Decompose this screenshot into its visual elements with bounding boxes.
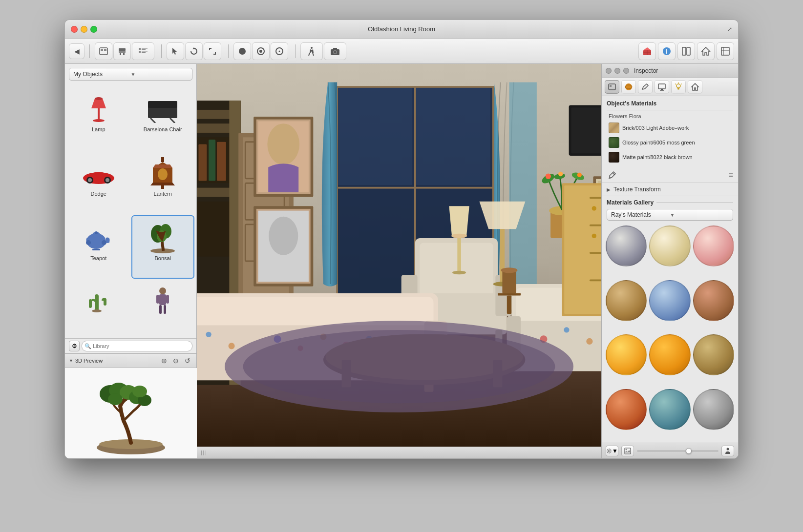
svg-marker-25 (643, 47, 651, 50)
maximize-button[interactable] (90, 26, 97, 33)
image-import-button[interactable] (621, 446, 634, 456)
gallery-ball-11[interactable] (649, 389, 690, 430)
inspector-light-btn[interactable] (671, 80, 686, 94)
gallery-ball-2[interactable] (649, 225, 690, 266)
preview-collapse-icon[interactable]: ▼ (69, 358, 73, 363)
svg-rect-193 (502, 270, 516, 293)
inspector-maximize[interactable] (623, 68, 629, 74)
svg-rect-118 (416, 88, 490, 185)
matte-name: Matte paint/8022 black brown (622, 154, 693, 161)
svg-rect-90 (197, 123, 234, 133)
select-tool[interactable] (167, 42, 184, 60)
inspector-close[interactable] (606, 68, 612, 74)
object-item-dodge[interactable]: Dodge (67, 151, 130, 214)
teapot-thumbnail (79, 220, 118, 254)
view-group (233, 42, 288, 60)
inspector-minimize[interactable] (614, 68, 620, 74)
lamp-thumbnail (79, 91, 118, 125)
inspector-monitor-btn[interactable] (655, 80, 669, 94)
expand-icon[interactable]: ⤢ (727, 26, 732, 33)
gallery-ball-8[interactable] (649, 334, 690, 375)
circle-btn3[interactable] (271, 42, 288, 60)
gallery-ball-4[interactable] (606, 280, 647, 321)
camera-button[interactable] (324, 42, 346, 60)
gear-settings-button[interactable]: ⚙ (69, 341, 80, 351)
objects-dropdown[interactable]: My Objects ▼ (69, 68, 192, 81)
gallery-ball-9[interactable] (693, 334, 734, 375)
materials-gallery-title: Materials Gallery (607, 199, 654, 206)
object-item-lamp[interactable]: Lamp (67, 86, 130, 150)
separator-3 (228, 44, 229, 58)
objects-button[interactable] (95, 42, 112, 60)
material-item-glossy[interactable]: Glossy paint/6005 moss green (607, 136, 733, 149)
preview-title: 3D Preview (75, 358, 157, 364)
svg-point-14 (239, 48, 246, 55)
object-item-teapot[interactable]: Teapot (67, 215, 130, 279)
svg-rect-182 (590, 225, 601, 226)
section-divider-1 (607, 110, 733, 110)
object-item-barcelona[interactable]: Barselona Chair (131, 86, 195, 150)
person-button[interactable] (721, 446, 734, 456)
zoom-out-button[interactable]: ⊖ (171, 356, 181, 366)
svg-rect-202 (610, 85, 612, 87)
layout-button[interactable] (677, 42, 695, 60)
walk-button[interactable] (300, 42, 323, 60)
cactus-thumbnail (79, 285, 118, 319)
gear-button[interactable]: ▼ (606, 446, 618, 456)
object-item-lantern[interactable]: Lantern (131, 151, 195, 214)
search-input[interactable] (82, 341, 192, 351)
svg-point-192 (243, 330, 555, 403)
material-item-brick[interactable]: Brick/003 Light Adobe–work (607, 121, 733, 135)
slider-thumb[interactable] (686, 448, 692, 454)
svg-rect-67 (89, 299, 92, 308)
circle-btn2[interactable] (252, 42, 270, 60)
object-item-bonsai[interactable]: Bonsai (131, 215, 195, 279)
svg-rect-99 (197, 202, 234, 257)
rotate-preview-button[interactable]: ↺ (183, 356, 192, 366)
list-button[interactable] (132, 42, 154, 60)
viewport[interactable]: ||| (197, 64, 601, 458)
separator-2 (161, 44, 162, 58)
figure-thumbnail (143, 285, 182, 319)
object-item-cactus[interactable] (67, 280, 130, 336)
gallery-ball-1[interactable] (606, 225, 647, 266)
svg-point-70 (159, 287, 166, 294)
gallery-ball-10[interactable] (606, 389, 647, 430)
gallery-ball-3[interactable] (693, 225, 734, 266)
chair-button[interactable] (113, 42, 131, 60)
preview-canvas (65, 368, 197, 458)
circle-btn1[interactable] (233, 42, 251, 60)
rays-materials-dropdown[interactable]: Ray's Materials ▼ (607, 209, 733, 221)
rotate-tool[interactable] (185, 42, 203, 60)
object-item-figure[interactable] (131, 280, 195, 336)
svg-point-208 (676, 84, 680, 88)
minimize-button[interactable] (81, 26, 87, 33)
barcelona-thumbnail (143, 91, 182, 125)
slider-track[interactable] (637, 450, 718, 452)
mg-divider (656, 203, 733, 203)
gallery-ball-5[interactable] (649, 280, 690, 321)
close-button[interactable] (71, 26, 78, 33)
zoom-in-button[interactable]: ⊕ (159, 356, 169, 366)
svg-point-19 (311, 47, 313, 49)
inspector-edit-btn[interactable] (638, 80, 653, 94)
eyedropper-button[interactable] (607, 170, 617, 181)
info-button[interactable]: i (658, 42, 676, 60)
material-item-matte[interactable]: Matte paint/8022 black brown (607, 150, 733, 164)
inspector-objects-btn[interactable] (605, 80, 619, 94)
back-button[interactable]: ◀ (69, 43, 85, 59)
gallery-ball-12[interactable] (693, 389, 734, 430)
blueprint-button[interactable] (717, 42, 734, 60)
resize-tool[interactable] (204, 42, 221, 60)
inspector-house-btn[interactable] (688, 80, 702, 94)
house-button[interactable] (697, 42, 715, 60)
eyedropper-menu-button[interactable]: ≡ (729, 171, 733, 180)
svg-rect-98 (197, 188, 234, 197)
gallery-ball-6[interactable] (693, 280, 734, 321)
texture-transform-row[interactable]: ▶ Texture Transform (602, 183, 738, 196)
search-bar: ⚙ 🔍 (65, 338, 196, 353)
package-button[interactable] (638, 42, 656, 60)
inspector-sphere-btn[interactable] (621, 80, 636, 94)
gallery-ball-7[interactable] (606, 334, 647, 375)
svg-rect-74 (159, 305, 162, 314)
